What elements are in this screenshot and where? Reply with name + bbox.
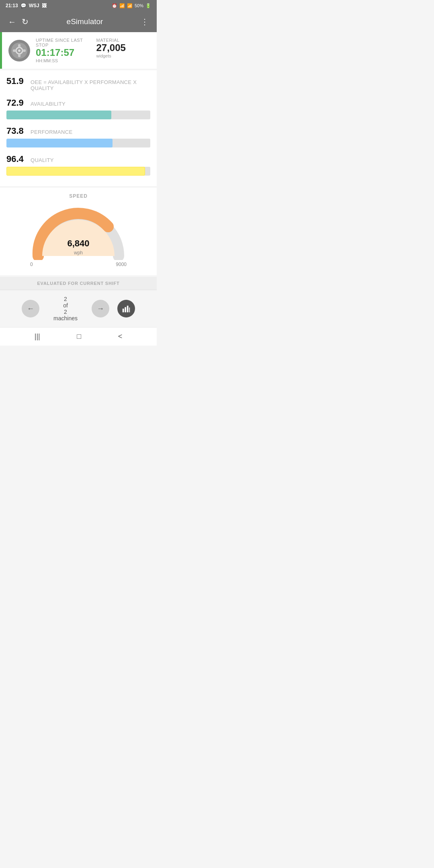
svg-rect-4 bbox=[18, 54, 20, 57]
gauge-range: 0 9000 bbox=[30, 262, 127, 267]
prev-machine-button[interactable]: ← bbox=[22, 300, 39, 317]
availability-header: 72.9 AVAILABILITY bbox=[6, 98, 150, 108]
quality-header: 96.4 QUALITY bbox=[6, 154, 150, 164]
shift-label: EVALUATED FOR CURRENT SHIFT bbox=[0, 277, 157, 290]
availability-bar-fill bbox=[6, 111, 111, 119]
metrics-area: 51.9 OEE = AVAILABILITY X PERFORMANCE X … bbox=[0, 70, 157, 186]
image-icon: 🖼 bbox=[42, 3, 47, 8]
back-button[interactable]: ← bbox=[6, 17, 18, 27]
status-time: 21:13 bbox=[6, 3, 18, 8]
speed-unit: wph bbox=[74, 250, 83, 256]
oee-row: 51.9 OEE = AVAILABILITY X PERFORMANCE X … bbox=[6, 76, 150, 91]
performance-header: 73.8 PERFORMANCE bbox=[6, 126, 150, 136]
speed-value: 6,840 bbox=[67, 238, 89, 249]
svg-point-2 bbox=[18, 49, 20, 52]
status-bar: 21:13 💬 WSJ 🖼 ⏰ 📶 📶 50% 🔋 bbox=[0, 0, 157, 11]
bottom-nav: ← 2 of 2 machines → bbox=[0, 290, 157, 327]
android-menu-button[interactable]: ||| bbox=[35, 332, 40, 341]
speed-section: SPEED 6,840 wph 0 9000 bbox=[0, 188, 157, 275]
svg-rect-10 bbox=[129, 308, 130, 313]
android-back-button[interactable]: < bbox=[118, 332, 123, 341]
gauge-center-text: 6,840 wph bbox=[67, 238, 89, 256]
oee-formula: OEE = AVAILABILITY X PERFORMANCE X QUALI… bbox=[31, 79, 150, 91]
signal-icon: 📶 bbox=[127, 3, 133, 8]
chart-button[interactable] bbox=[117, 300, 135, 317]
material-value: 27,005 bbox=[96, 43, 151, 53]
machine-header: UPTIME SINCE LAST STOP 01:17:57 HH:MM:SS… bbox=[0, 32, 157, 69]
uptime-label: UPTIME SINCE LAST STOP bbox=[36, 38, 90, 47]
pagination-current: 2 bbox=[47, 296, 84, 302]
oee-value: 51.9 bbox=[6, 76, 26, 86]
app-bar: ← ↻ eSimulator ⋮ bbox=[0, 11, 157, 32]
machine-info: UPTIME SINCE LAST STOP 01:17:57 HH:MM:SS… bbox=[36, 38, 150, 63]
quality-bar-fill bbox=[6, 167, 145, 176]
quality-label: QUALITY bbox=[31, 157, 54, 163]
machine-avatar bbox=[8, 40, 30, 61]
battery-icon: 🔋 bbox=[145, 3, 151, 8]
wifi-icon: 📶 bbox=[119, 3, 125, 8]
performance-row: 73.8 PERFORMANCE bbox=[6, 126, 150, 147]
pagination-total: 2 bbox=[47, 309, 84, 315]
status-bar-left: 21:13 💬 WSJ 🖼 bbox=[6, 3, 47, 8]
pagination-text: 2 of 2 machines bbox=[47, 296, 84, 321]
uptime-value: 01:17:57 bbox=[36, 47, 90, 58]
performance-label: PERFORMANCE bbox=[31, 129, 72, 135]
refresh-button[interactable]: ↻ bbox=[18, 17, 31, 27]
android-nav: ||| □ < bbox=[0, 327, 157, 346]
svg-rect-7 bbox=[123, 309, 124, 312]
svg-rect-9 bbox=[127, 306, 129, 313]
quality-value: 96.4 bbox=[6, 154, 26, 164]
speed-title: SPEED bbox=[6, 193, 150, 199]
wsj-label: WSJ bbox=[29, 3, 39, 8]
next-machine-button[interactable]: → bbox=[92, 300, 109, 317]
quality-bar-track bbox=[6, 167, 150, 176]
pagination-label: machines bbox=[47, 315, 84, 321]
quality-row: 96.4 QUALITY bbox=[6, 154, 150, 176]
svg-rect-3 bbox=[18, 44, 20, 47]
svg-rect-6 bbox=[23, 49, 26, 52]
svg-rect-8 bbox=[125, 307, 126, 313]
gauge-min: 0 bbox=[30, 262, 33, 267]
availability-label: AVAILABILITY bbox=[31, 101, 66, 107]
material-block: MATERIAL 27,005 widgets bbox=[96, 38, 151, 63]
availability-value: 72.9 bbox=[6, 98, 26, 108]
performance-bar-fill bbox=[6, 139, 113, 147]
availability-bar-track bbox=[6, 111, 150, 119]
battery-level: 50% bbox=[135, 3, 143, 8]
svg-rect-5 bbox=[13, 49, 16, 52]
alarm-icon: ⏰ bbox=[112, 3, 117, 8]
app-title: eSimulator bbox=[31, 17, 138, 26]
pagination-numbers: 2 of 2 bbox=[47, 296, 84, 315]
more-menu-button[interactable]: ⋮ bbox=[138, 17, 151, 27]
availability-row: 72.9 AVAILABILITY bbox=[6, 98, 150, 119]
performance-value: 73.8 bbox=[6, 126, 26, 136]
pagination-of: of bbox=[47, 302, 84, 309]
speed-gauge: 6,840 wph bbox=[30, 204, 127, 260]
performance-bar-track bbox=[6, 139, 150, 147]
android-home-button[interactable]: □ bbox=[77, 332, 81, 341]
status-bar-right: ⏰ 📶 📶 50% 🔋 bbox=[112, 3, 151, 8]
uptime-block: UPTIME SINCE LAST STOP 01:17:57 HH:MM:SS bbox=[36, 38, 90, 63]
notification-icon: 💬 bbox=[20, 3, 27, 8]
uptime-format: HH:MM:SS bbox=[36, 58, 90, 63]
material-unit: widgets bbox=[96, 53, 151, 58]
gauge-max: 9000 bbox=[116, 262, 127, 267]
